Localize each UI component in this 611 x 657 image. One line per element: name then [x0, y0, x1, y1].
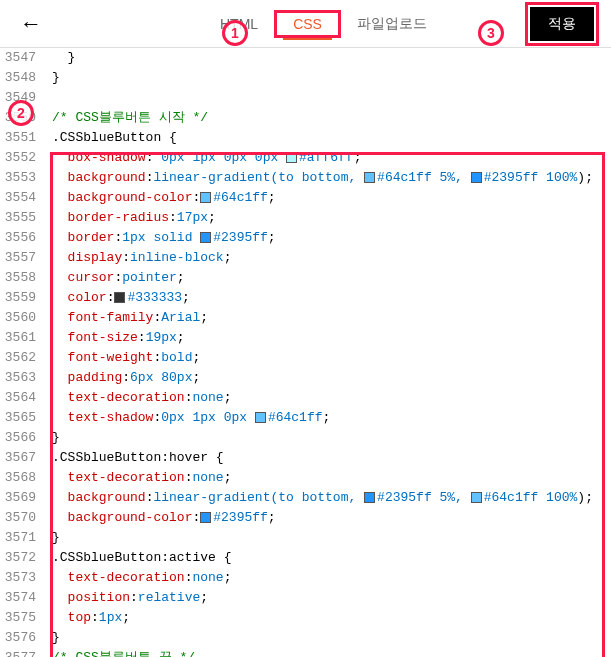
- line-number: 3551: [0, 128, 36, 148]
- code-line[interactable]: font-size:19px;: [52, 328, 611, 348]
- code-line[interactable]: background:linear-gradient(to bottom, #6…: [52, 168, 611, 188]
- line-number: 3571: [0, 528, 36, 548]
- line-number: 3564: [0, 388, 36, 408]
- line-number: 3570: [0, 508, 36, 528]
- code-line[interactable]: }: [52, 48, 611, 68]
- code-line[interactable]: border-radius:17px;: [52, 208, 611, 228]
- code-line[interactable]: }: [52, 428, 611, 448]
- code-line[interactable]: /* CSS블루버튼 끝 */: [52, 648, 611, 657]
- annotation-badge-3: 3: [478, 20, 504, 46]
- line-number: 3574: [0, 588, 36, 608]
- line-number: 3559: [0, 288, 36, 308]
- annotation-badge-2: 2: [8, 100, 34, 126]
- line-number: 3547: [0, 48, 36, 68]
- code-line[interactable]: text-decoration:none;: [52, 388, 611, 408]
- code-line[interactable]: }: [52, 528, 611, 548]
- line-number: 3548: [0, 68, 36, 88]
- highlight-box-1: CSS: [274, 10, 341, 38]
- code-line[interactable]: position:relative;: [52, 588, 611, 608]
- line-number: 3575: [0, 608, 36, 628]
- tab-upload[interactable]: 파일업로드: [347, 9, 437, 39]
- line-number: 3569: [0, 488, 36, 508]
- line-number: 3553: [0, 168, 36, 188]
- code-line[interactable]: border:1px solid #2395ff;: [52, 228, 611, 248]
- line-number: 3563: [0, 368, 36, 388]
- line-number: 3560: [0, 308, 36, 328]
- code-line[interactable]: font-weight:bold;: [52, 348, 611, 368]
- code-line[interactable]: display:inline-block;: [52, 248, 611, 268]
- code-line[interactable]: top:1px;: [52, 608, 611, 628]
- line-number: 3554: [0, 188, 36, 208]
- code-line[interactable]: text-decoration:none;: [52, 468, 611, 488]
- code-line[interactable]: cursor:pointer;: [52, 268, 611, 288]
- line-number: 3572: [0, 548, 36, 568]
- highlight-box-3: 적용: [525, 2, 599, 46]
- code-line[interactable]: [52, 88, 611, 108]
- tab-css[interactable]: CSS: [283, 10, 332, 40]
- apply-button[interactable]: 적용: [530, 7, 594, 41]
- code-line[interactable]: /* CSS블루버튼 시작 */: [52, 108, 611, 128]
- code-line[interactable]: .CSSblueButton:active {: [52, 548, 611, 568]
- code-line[interactable]: background:linear-gradient(to bottom, #2…: [52, 488, 611, 508]
- line-number: 3556: [0, 228, 36, 248]
- code-line[interactable]: }: [52, 68, 611, 88]
- line-number: 3567: [0, 448, 36, 468]
- code-line[interactable]: padding:6px 80px;: [52, 368, 611, 388]
- annotation-badge-1: 1: [222, 20, 248, 46]
- code-editor[interactable]: 3547354835493550355135523553355435553556…: [0, 48, 611, 657]
- line-number: 3555: [0, 208, 36, 228]
- line-number: 3561: [0, 328, 36, 348]
- code-line[interactable]: }: [52, 628, 611, 648]
- line-number: 3576: [0, 628, 36, 648]
- header-toolbar: ← HTML CSS 파일업로드 적용: [0, 0, 611, 48]
- line-number: 3558: [0, 268, 36, 288]
- line-number: 3568: [0, 468, 36, 488]
- code-line[interactable]: color:#333333;: [52, 288, 611, 308]
- code-line[interactable]: .CSSblueButton {: [52, 128, 611, 148]
- code-line[interactable]: text-decoration:none;: [52, 568, 611, 588]
- line-number: 3562: [0, 348, 36, 368]
- code-line[interactable]: background-color:#64c1ff;: [52, 188, 611, 208]
- code-line[interactable]: font-family:Arial;: [52, 308, 611, 328]
- line-gutter: 3547354835493550355135523553355435553556…: [0, 48, 44, 657]
- line-number: 3573: [0, 568, 36, 588]
- line-number: 3565: [0, 408, 36, 428]
- line-number: 3557: [0, 248, 36, 268]
- line-number: 3566: [0, 428, 36, 448]
- code-line[interactable]: background-color:#2395ff;: [52, 508, 611, 528]
- code-line[interactable]: text-shadow:0px 1px 0px #64c1ff;: [52, 408, 611, 428]
- line-number: 3577: [0, 648, 36, 657]
- code-area[interactable]: }} /* CSS블루버튼 시작 */.CSSblueButton { box-…: [44, 48, 611, 657]
- code-line[interactable]: box-shadow: 0px 1px 0px 0px #aff6ff;: [52, 148, 611, 168]
- code-line[interactable]: .CSSblueButton:hover {: [52, 448, 611, 468]
- back-button[interactable]: ←: [12, 7, 50, 41]
- line-number: 3552: [0, 148, 36, 168]
